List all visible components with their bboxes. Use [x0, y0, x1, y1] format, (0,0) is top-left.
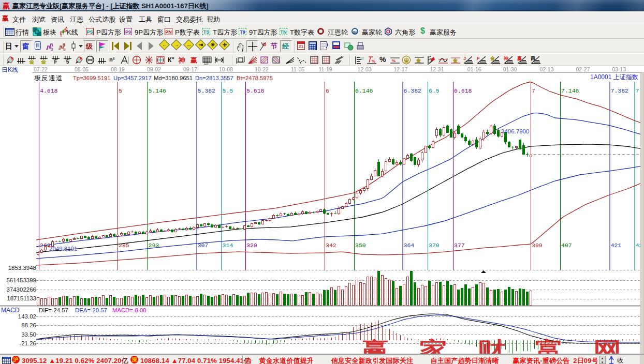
svg-text:6: 6	[326, 87, 329, 94]
svg-text:5.618: 5.618	[246, 87, 265, 94]
svg-text:01-30: 01-30	[503, 66, 517, 72]
svg-text:342: 342	[326, 242, 336, 249]
svg-text:6.146: 6.146	[355, 87, 373, 94]
svg-text:家: 家	[419, 338, 448, 354]
svg-text:350: 350	[355, 242, 366, 249]
svg-text:7.146: 7.146	[561, 87, 579, 94]
svg-text:5.382: 5.382	[198, 87, 216, 94]
svg-text:09-02: 09-02	[147, 66, 161, 72]
svg-text:J: J	[463, 56, 466, 61]
svg-text:123: 123	[360, 57, 364, 60]
svg-text:F: F	[477, 56, 480, 61]
svg-text:Tp=3699.5191: Tp=3699.5191	[73, 75, 110, 81]
svg-text:1853.3948: 1853.3948	[8, 265, 36, 271]
svg-text:561453399: 561453399	[6, 277, 36, 283]
svg-text:网: 网	[593, 338, 622, 354]
svg-text:%: %	[392, 58, 396, 63]
svg-text:6.5: 6.5	[429, 87, 440, 94]
svg-text:富: 富	[535, 338, 564, 354]
svg-text:5.5: 5.5	[223, 87, 233, 94]
svg-text:407: 407	[561, 242, 572, 249]
svg-text:DEA=-20.57: DEA=-20.57	[75, 307, 107, 313]
svg-text:08-19: 08-19	[111, 66, 125, 72]
svg-text:3: 3	[51, 47, 53, 51]
svg-text:DIF=-24.57: DIF=-24.57	[39, 307, 68, 313]
svg-text:143.02: 143.02	[18, 313, 36, 320]
svg-text:Md=3180.9651: Md=3180.9651	[154, 75, 193, 81]
svg-text:370: 370	[429, 242, 440, 249]
svg-text:MACD=-8.00: MACD=-8.00	[112, 307, 147, 313]
svg-text:6.382: 6.382	[404, 87, 422, 94]
svg-text:187151133: 187151133	[7, 295, 36, 301]
svg-text:377: 377	[454, 242, 465, 249]
svg-text:123: 123	[204, 62, 209, 65]
svg-text:Bt=2478.5975: Bt=2478.5975	[237, 75, 273, 81]
svg-text:33.50: 33.50	[21, 331, 36, 338]
svg-text:赢: 赢	[361, 338, 390, 354]
svg-text:364: 364	[404, 242, 415, 249]
svg-text:日K线: 日K线	[2, 66, 18, 73]
svg-text:12-31: 12-31	[430, 66, 444, 72]
svg-text:320: 320	[246, 242, 257, 249]
svg-text:09-17: 09-17	[183, 66, 197, 72]
svg-text:神: 神	[503, 56, 508, 61]
svg-text:08-05: 08-05	[75, 66, 89, 72]
svg-text:6.618: 6.618	[454, 87, 472, 94]
svg-text:-21.26: -21.26	[19, 340, 36, 346]
svg-text:1A0001 上证指数: 1A0001 上证指数	[590, 73, 638, 81]
svg-text:四: 四	[531, 56, 535, 61]
svg-text:MACD: MACD	[1, 307, 20, 314]
svg-text:4.618: 4.618	[40, 87, 58, 94]
svg-text:399: 399	[532, 242, 543, 249]
svg-text:Dn=2813.3557: Dn=2813.3557	[195, 75, 233, 81]
svg-text:12-03: 12-03	[358, 66, 372, 72]
svg-text:赢: 赢	[517, 56, 522, 61]
svg-text:金: 金	[490, 56, 495, 61]
svg-text:金: 金	[404, 58, 409, 63]
svg-text:金: 金	[452, 58, 458, 63]
svg-text:Up=3457.2917: Up=3457.2917	[113, 75, 152, 81]
svg-text:10-08: 10-08	[219, 66, 233, 72]
svg-text:02-27: 02-27	[576, 66, 590, 72]
svg-text:7: 7	[532, 87, 535, 94]
svg-text:03-13: 03-13	[612, 66, 626, 72]
svg-text:%: %	[372, 59, 375, 64]
svg-text:11-05: 11-05	[291, 66, 304, 72]
svg-text:07-22: 07-22	[34, 66, 48, 72]
svg-text:421: 421	[611, 242, 622, 249]
svg-text:88.26: 88.26	[21, 322, 36, 328]
svg-text:374302266: 374302266	[6, 286, 36, 293]
svg-text:极反通道: 极反通道	[34, 74, 63, 82]
svg-text:11-19: 11-19	[319, 66, 332, 72]
svg-text:5.146: 5.146	[149, 87, 167, 94]
svg-text:7.382: 7.382	[611, 87, 629, 94]
svg-text:01-16: 01-16	[467, 66, 481, 72]
svg-text:02-13: 02-13	[540, 66, 554, 72]
svg-text:金: 金	[416, 58, 421, 63]
svg-text:5: 5	[119, 87, 122, 94]
svg-text:财: 财	[477, 338, 506, 354]
svg-text:12-17: 12-17	[394, 66, 408, 72]
svg-text:9: 9	[63, 47, 66, 51]
svg-text:314: 314	[223, 242, 233, 249]
svg-text:10-22: 10-22	[255, 66, 269, 72]
